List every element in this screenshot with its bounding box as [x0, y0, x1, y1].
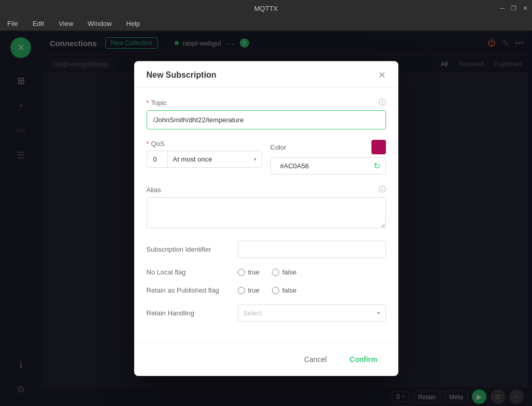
menu-file[interactable]: File [4, 19, 21, 28]
modal-overlay: New Subscription ✕ * Topic ⓘ * QoS [0, 31, 532, 406]
topic-section: * Topic ⓘ [147, 98, 386, 129]
menu-help[interactable]: Help [123, 19, 143, 28]
sub-id-input[interactable] [238, 241, 386, 258]
qos-number: 0 [147, 151, 168, 167]
retain-handling-row: Retain Handling Select ▾ [147, 304, 386, 322]
modal-header: New Subscription ✕ [134, 61, 398, 88]
no-local-false-radio[interactable] [272, 269, 279, 276]
window-controls: ─ ❐ ✕ [500, 5, 528, 12]
title-bar: MQTTX ─ ❐ ✕ [0, 0, 532, 17]
color-preview[interactable] [371, 140, 386, 154]
topic-label: * Topic ⓘ [147, 98, 386, 107]
chevron-down-icon: ▾ [377, 310, 380, 316]
color-hex-input[interactable] [276, 161, 373, 171]
qos-section: * QoS 0 At most once ▾ [147, 140, 262, 175]
sub-id-label: Subscription Identifier [147, 245, 229, 253]
topic-label-text: Topic [151, 99, 167, 107]
color-label: Color [270, 140, 386, 154]
refresh-icon[interactable]: ↻ [373, 161, 380, 171]
qos-select[interactable]: 0 At most once ▾ [147, 151, 262, 168]
alias-label: Alias ⓘ [147, 185, 386, 194]
qos-required: * [147, 140, 149, 148]
retain-published-row: Retain as Published flag true false [147, 286, 386, 294]
menu-edit[interactable]: Edit [30, 19, 47, 28]
no-local-false-option[interactable]: false [272, 268, 296, 276]
topic-input[interactable] [147, 110, 386, 129]
modal-close-button[interactable]: ✕ [378, 70, 386, 80]
topic-info-icon: ⓘ [379, 98, 386, 107]
no-local-radio-group: true false [238, 268, 297, 276]
retain-true-radio[interactable] [238, 287, 245, 294]
subscription-id-row: Subscription Identifier [147, 241, 386, 258]
retain-handling-label: Retain Handling [147, 309, 229, 317]
no-local-true-option[interactable]: true [238, 268, 260, 276]
retain-false-option[interactable]: false [272, 286, 296, 294]
minimize-button[interactable]: ─ [500, 5, 505, 12]
no-local-false-label: false [282, 268, 296, 276]
no-local-label: No Local flag [147, 268, 229, 276]
color-input-wrapper: ↻ [270, 157, 386, 175]
menu-window[interactable]: Window [84, 19, 114, 28]
modal-title: New Subscription [147, 70, 217, 80]
retain-true-option[interactable]: true [238, 286, 260, 294]
retain-select-placeholder: Select [243, 309, 262, 317]
alias-label-text: Alias [147, 186, 161, 194]
alias-info-icon: ⓘ [379, 185, 386, 194]
new-subscription-modal: New Subscription ✕ * Topic ⓘ * QoS [134, 61, 398, 376]
retain-handling-select[interactable]: Select ▾ [238, 304, 386, 322]
close-button[interactable]: ✕ [523, 5, 528, 12]
modal-body: * Topic ⓘ * QoS 0 At most once [134, 88, 398, 342]
retain-false-radio[interactable] [272, 287, 279, 294]
topic-required: * [147, 99, 149, 107]
chevron-down-icon: ▾ [254, 156, 256, 162]
color-section: Color ↻ [270, 140, 386, 175]
qos-label: * QoS [147, 140, 262, 148]
retain-published-label: Retain as Published flag [147, 286, 229, 294]
no-local-true-label: true [248, 268, 260, 276]
qos-color-row: * QoS 0 At most once ▾ Color [147, 140, 386, 175]
modal-footer: Cancel Confirm [134, 342, 398, 376]
retain-false-label: false [282, 286, 296, 294]
menu-bar: File Edit View Window Help [0, 17, 532, 31]
alias-section: Alias ⓘ [147, 185, 386, 230]
qos-dropdown[interactable]: At most once ▾ [168, 151, 262, 167]
retain-true-label: true [248, 286, 260, 294]
color-label-text: Color [270, 143, 286, 151]
menu-view[interactable]: View [55, 19, 76, 28]
alias-input[interactable] [147, 197, 386, 228]
maximize-button[interactable]: ❐ [511, 5, 516, 12]
no-local-true-radio[interactable] [238, 269, 245, 276]
confirm-button[interactable]: Confirm [341, 351, 386, 368]
app-title: MQTTX [254, 5, 278, 12]
qos-label-text: QoS [151, 140, 165, 148]
retain-published-radio-group: true false [238, 286, 297, 294]
cancel-button[interactable]: Cancel [296, 351, 335, 368]
no-local-row: No Local flag true false [147, 268, 386, 276]
qos-text: At most once [173, 155, 212, 163]
